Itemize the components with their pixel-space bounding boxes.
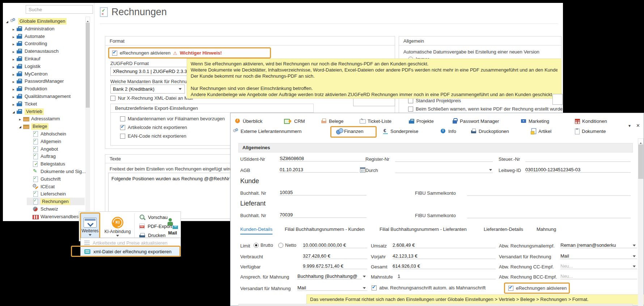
tab-sonderpreise[interactable]: Sonderpreise bbox=[382, 128, 418, 134]
sidebar-item-mycentron[interactable]: MyCentron bbox=[11, 70, 48, 78]
pdf-export-button[interactable]: PDF-Export bbox=[136, 222, 163, 230]
mahnstufe-value[interactable]: 1 bbox=[398, 273, 496, 279]
verbraucht-value[interactable]: 327.428,60 € bbox=[303, 253, 367, 259]
search-input[interactable] bbox=[26, 5, 93, 14]
expander-icon[interactable] bbox=[4, 18, 10, 24]
durch-dropdown[interactable] bbox=[395, 167, 493, 173]
tab-passwort-manager[interactable]: Passwort Manager bbox=[452, 118, 499, 124]
sidebar-item-logistik[interactable]: Logistik bbox=[11, 63, 41, 70]
tab-crm[interactable]: CRM bbox=[284, 118, 305, 124]
sidebar-item-belegstatus[interactable]: Belegstatus bbox=[27, 160, 65, 168]
tab-artikel[interactable]: Artikel bbox=[530, 128, 551, 134]
expander-icon[interactable] bbox=[11, 109, 16, 114]
ean-code-checkbox[interactable] bbox=[120, 134, 125, 139]
sidebar-item-rechnungen[interactable]: Rechnungen bbox=[27, 198, 85, 205]
sidebar-item-datenaustausch[interactable]: Datenaustausch bbox=[11, 47, 59, 55]
xml-only-checkbox[interactable] bbox=[110, 96, 115, 101]
versandart-rechnung-dropdown[interactable]: Mail bbox=[560, 253, 637, 259]
kunde-buchhalt-value[interactable]: 10035 bbox=[280, 190, 367, 195]
tab-ueberblick[interactable]: Überblick bbox=[235, 118, 262, 124]
expander-icon[interactable] bbox=[11, 78, 16, 84]
lieferant-buchhalt-value[interactable]: 70039 bbox=[280, 212, 367, 218]
ustident-value[interactable]: SZ8608608 bbox=[280, 156, 367, 161]
sidebar-item-schweiz[interactable]: Schweiz bbox=[27, 205, 58, 213]
sidebar-item-einkauf[interactable]: Einkauf bbox=[11, 55, 40, 63]
export-option-row[interactable]: Artikelcode nicht exportieren bbox=[120, 125, 187, 130]
sidebar-item-vertrieb[interactable]: Vertrieb bbox=[11, 108, 44, 115]
lieferant-fibu-value[interactable] bbox=[467, 212, 631, 218]
abw-anschrift-row[interactable]: abw. Rechnungsanschrift autom. als Mahna… bbox=[372, 285, 486, 290]
projektpreis-checkbox[interactable] bbox=[408, 98, 413, 103]
mail-button[interactable]: Mail bbox=[165, 213, 181, 241]
brutto-radio-row[interactable]: Brutto bbox=[254, 242, 273, 248]
ansprech-dropdown[interactable]: Buchhaltung (Buchhaltung@ bbox=[297, 273, 362, 279]
expander-icon[interactable] bbox=[11, 94, 16, 99]
calendar-icon[interactable] bbox=[360, 167, 365, 173]
expander-icon[interactable] bbox=[11, 86, 16, 91]
sidebar-item-adressstamm[interactable]: Adressstamm bbox=[17, 115, 60, 122]
versandart-mahnung-dropdown[interactable]: Mail bbox=[297, 285, 367, 291]
tab-filial-lieferanten[interactable]: Filial Buchhaltungsnummern - Lieferanten bbox=[380, 227, 467, 234]
sidebar-item-dokumente-und-sig[interactable]: Dokumente und Sig... bbox=[27, 168, 86, 175]
expander-icon[interactable] bbox=[17, 116, 23, 121]
schliessen-warnen-row[interactable]: Beim Schließen warnen, wenn keine PDF de… bbox=[408, 106, 563, 112]
scrollbar-thumb[interactable] bbox=[86, 23, 90, 108]
sidebar-item-administration[interactable]: Administration bbox=[11, 25, 54, 33]
cc-empf-dropdown[interactable]: Neu... bbox=[560, 263, 637, 269]
tab-konditionen[interactable]: Konditionen bbox=[574, 118, 607, 124]
kunde-fibu-value[interactable] bbox=[467, 190, 631, 196]
steuer-value[interactable] bbox=[525, 156, 631, 162]
expander-icon[interactable] bbox=[11, 71, 16, 77]
projektpreis-row[interactable]: Standard Projektpreis bbox=[408, 98, 461, 103]
sidebar-item-globale-einstellungen[interactable]: Globale Einstellungen bbox=[4, 17, 67, 25]
leitweg-value[interactable]: 03011000-1234512345-03 bbox=[525, 167, 631, 173]
tab-lieferanten-details[interactable]: Lieferanten-Details bbox=[484, 227, 523, 234]
agb-value[interactable]: 01.10.2013 bbox=[280, 167, 359, 173]
netto-radio[interactable] bbox=[278, 243, 283, 248]
ki-anbindung-button[interactable]: KI-Anbindung bbox=[102, 212, 133, 241]
sidebar-item-lieferschein[interactable]: Lieferschein bbox=[27, 190, 66, 198]
brutto-radio[interactable] bbox=[254, 243, 259, 248]
sidebar-item-qualitaetsmanagement[interactable]: Qualitätsmanagement bbox=[11, 92, 71, 100]
limit-value[interactable]: 10.000.000.000,00 € bbox=[303, 242, 367, 248]
vorschau-button[interactable]: Vorschau bbox=[136, 213, 163, 221]
close-icon[interactable]: ✕ bbox=[636, 123, 640, 128]
xml-only-row[interactable]: Nur X-Rechnung XML-Datei an Mail bbox=[110, 95, 193, 101]
mailempf-dropdown[interactable]: Reman (reman@sonderku bbox=[560, 242, 637, 248]
artikelcode-checkbox[interactable] bbox=[120, 125, 125, 130]
expander-icon[interactable] bbox=[11, 34, 16, 39]
abw-anschrift-checkbox[interactable] bbox=[372, 285, 377, 290]
expander-icon[interactable] bbox=[11, 64, 16, 69]
export-option-row[interactable]: EAN-Code nicht exportieren bbox=[120, 133, 186, 139]
sidebar-item-belege[interactable]: Belege bbox=[17, 122, 48, 130]
gesamt-value[interactable]: 614.926,03 € bbox=[393, 263, 496, 269]
erechnungen-aktivieren-row[interactable]: eRechnungen aktivieren bbox=[504, 283, 570, 294]
sidebar-item-icecat[interactable]: ICEcat bbox=[27, 183, 55, 190]
umsatz-value[interactable]: 2.608,49 € bbox=[393, 242, 496, 248]
erechnungen-checkbox[interactable] bbox=[112, 51, 117, 56]
tab-finanzen[interactable]: Finanzen bbox=[336, 128, 363, 134]
menu-item-xml-export[interactable]: xml-Datei der eRechnung exportieren bbox=[81, 247, 181, 256]
expander-icon[interactable] bbox=[11, 56, 16, 61]
erechnungen-checkbox[interactable] bbox=[508, 286, 513, 291]
sidebar-item-passwordmanager[interactable]: PasswordManager bbox=[11, 77, 64, 85]
expander-icon[interactable] bbox=[11, 41, 16, 46]
spinner-input[interactable] bbox=[552, 94, 563, 105]
weiteres-button[interactable]: Weiteres bbox=[80, 212, 100, 241]
sidebar-item-auftrag[interactable]: Auftrag bbox=[27, 152, 56, 160]
bcc-empf-value[interactable]: Neu... bbox=[560, 273, 637, 279]
verfuegbar-value[interactable]: 9.999.672.571,40 € bbox=[303, 263, 367, 269]
window-scrollbar[interactable] bbox=[638, 138, 644, 306]
sidebar-item-automate[interactable]: Automate bbox=[11, 33, 45, 40]
expander-icon[interactable] bbox=[17, 124, 23, 129]
tab-kunden-details[interactable]: Kunden-Details bbox=[240, 227, 272, 234]
tab-externe-lieferantennummern[interactable]: Externe Lieferantennummern bbox=[233, 128, 301, 134]
sidebar-item-produktion[interactable]: Produktion bbox=[11, 85, 47, 92]
sidebar-item-abholschein[interactable]: Abholschein bbox=[27, 130, 66, 138]
sidebar-scrollbar[interactable] bbox=[85, 17, 90, 221]
mandantennamen-checkbox[interactable] bbox=[120, 116, 125, 121]
tab-belege[interactable]: Belege bbox=[321, 118, 343, 124]
expander-icon[interactable] bbox=[11, 101, 16, 107]
export-option-row[interactable]: Mandantennamen vor Filialnamen bevorzuge… bbox=[120, 116, 225, 121]
netto-radio-row[interactable]: Netto bbox=[278, 242, 296, 248]
